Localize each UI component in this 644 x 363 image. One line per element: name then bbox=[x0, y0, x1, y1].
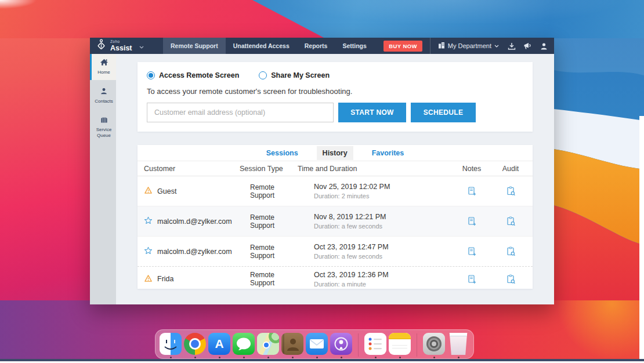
sidebar-item-contacts[interactable]: Contacts bbox=[90, 83, 116, 109]
menu-unattended-access[interactable]: Unattended Access bbox=[226, 38, 297, 54]
dock-icon-notes[interactable] bbox=[389, 333, 411, 358]
running-indicator bbox=[399, 357, 401, 358]
dock-icon-maps[interactable] bbox=[257, 333, 279, 358]
buy-now-button[interactable]: BUY NOW bbox=[383, 41, 422, 52]
dock-icon-mail[interactable] bbox=[306, 333, 328, 358]
dock-icon-chrome[interactable] bbox=[184, 333, 206, 358]
customer-name: malcolm.d@zylker.com bbox=[157, 248, 232, 256]
column-session-type: Session Type bbox=[240, 165, 298, 173]
dock-separator bbox=[358, 333, 359, 357]
notes-icon[interactable] bbox=[455, 246, 489, 256]
table-row[interactable]: malcolm.d@zylker.com Remote Support Oct … bbox=[138, 237, 533, 267]
service-queue-icon bbox=[100, 116, 108, 125]
column-customer: Customer bbox=[144, 165, 240, 173]
session-time: Oct 23, 2019 12:36 PM bbox=[314, 271, 455, 279]
notes-icon[interactable] bbox=[455, 274, 489, 284]
session-type: Remote Support bbox=[240, 244, 298, 260]
tab-sessions[interactable]: Sessions bbox=[261, 146, 304, 160]
table-row[interactable]: malcolm.d@zylker.com Remote Support Nov … bbox=[138, 206, 533, 237]
start-now-button[interactable]: START NOW bbox=[338, 103, 406, 122]
dock-icon-messages[interactable] bbox=[233, 333, 255, 358]
running-indicator bbox=[243, 357, 245, 358]
sessions-history-panel: Sessions History Favorites Customer Sess… bbox=[138, 145, 533, 289]
notes-icon[interactable] bbox=[455, 186, 489, 196]
caret-down-icon bbox=[494, 45, 499, 48]
megaphone-icon[interactable] bbox=[523, 42, 533, 50]
radio-selected-icon[interactable] bbox=[147, 71, 155, 79]
menu-reports[interactable]: Reports bbox=[297, 38, 335, 54]
menu-remote-support[interactable]: Remote Support bbox=[163, 38, 226, 54]
session-duration: Duration: a few seconds bbox=[314, 253, 455, 260]
left-sidebar: Home Contacts Service Qu bbox=[90, 54, 116, 304]
column-time-duration: Time and Duration bbox=[298, 165, 455, 173]
download-icon[interactable] bbox=[508, 42, 516, 50]
tab-history[interactable]: History bbox=[317, 146, 353, 160]
dock-icon-contacts[interactable] bbox=[281, 333, 303, 358]
session-duration: Duration: a minute bbox=[314, 281, 455, 288]
radio-unselected-icon[interactable] bbox=[259, 71, 267, 79]
audit-icon[interactable] bbox=[489, 216, 533, 226]
app-logo[interactable]: Zoho Assist bbox=[90, 38, 163, 54]
session-description: To access your remote customer's screen … bbox=[138, 87, 533, 96]
radio-access-label: Access Remote Screen bbox=[159, 71, 239, 79]
customer-name: malcolm.d@zylker.com bbox=[157, 217, 232, 226]
notes-icon[interactable] bbox=[455, 216, 489, 226]
desktop: { "app": { "brand_small": "Zoho", "brand… bbox=[0, 0, 644, 363]
running-indicator bbox=[219, 357, 220, 358]
table-row[interactable]: Guest Remote Support Nov 25, 2019 12:02 … bbox=[138, 176, 533, 206]
favorite-star-icon[interactable] bbox=[144, 246, 153, 257]
session-type: Remote Support bbox=[240, 213, 298, 230]
audit-icon[interactable] bbox=[489, 246, 533, 256]
app-title: Zoho Assist bbox=[110, 40, 132, 52]
dock-icon-app-store[interactable]: A bbox=[208, 333, 230, 358]
menu-settings[interactable]: Settings bbox=[335, 38, 374, 54]
zoho-assist-logo-icon bbox=[96, 39, 107, 53]
radio-share-my-screen[interactable]: Share My Screen bbox=[259, 71, 330, 79]
schedule-button[interactable]: SCHEDULE bbox=[411, 103, 476, 122]
session-duration: Duration: 2 minutes bbox=[314, 193, 455, 199]
running-indicator bbox=[292, 357, 294, 358]
dock-icon-reminders[interactable] bbox=[364, 333, 386, 358]
dock-icon-system-preferences[interactable] bbox=[423, 333, 445, 358]
tab-favorites[interactable]: Favorites bbox=[366, 146, 410, 160]
running-indicator bbox=[316, 357, 318, 358]
session-type: Remote Support bbox=[240, 271, 298, 287]
table-row[interactable]: Frida Remote Support Oct 23, 2019 12:36 … bbox=[138, 267, 533, 289]
sidebar-item-label: Contacts bbox=[95, 99, 113, 104]
audit-icon[interactable] bbox=[489, 274, 533, 284]
sidebar-item-service-queue[interactable]: Service Queue bbox=[90, 112, 116, 143]
screen-right-edge bbox=[639, 116, 644, 363]
customer-name: Guest bbox=[157, 187, 176, 195]
running-indicator bbox=[341, 357, 342, 358]
user-profile-icon[interactable] bbox=[540, 42, 548, 50]
dock-separator bbox=[417, 333, 417, 357]
sidebar-item-home[interactable]: Home bbox=[90, 54, 116, 80]
dock-icon-trash[interactable] bbox=[447, 333, 469, 358]
history-tabs: Sessions History Favorites bbox=[138, 145, 533, 161]
warning-icon bbox=[144, 186, 153, 196]
start-session-panel: Access Remote Screen Share My Screen To … bbox=[138, 62, 533, 132]
session-duration: Duration: a few seconds bbox=[314, 223, 455, 230]
session-mode-options: Access Remote Screen Share My Screen bbox=[138, 62, 533, 79]
window-body: Home Contacts Service Qu bbox=[90, 54, 554, 304]
chevron-down-icon[interactable] bbox=[139, 41, 144, 51]
customer-email-input[interactable] bbox=[147, 103, 334, 122]
running-indicator bbox=[433, 357, 435, 358]
top-navbar: Zoho Assist Remote Support Unattended Ac… bbox=[90, 38, 554, 54]
zoho-assist-window: Zoho Assist Remote Support Unattended Ac… bbox=[90, 38, 554, 304]
main-menu: Remote Support Unattended Access Reports… bbox=[163, 38, 374, 54]
favorite-star-icon[interactable] bbox=[144, 216, 153, 227]
column-audit: Audit bbox=[489, 165, 533, 173]
home-icon bbox=[100, 58, 108, 68]
table-header: Customer Session Type Time and Duration … bbox=[138, 161, 533, 176]
department-selector[interactable]: My Department bbox=[430, 38, 500, 54]
dock-icon-podcasts[interactable] bbox=[330, 333, 352, 358]
dock-icon-finder[interactable] bbox=[160, 333, 182, 358]
radio-access-remote-screen[interactable]: Access Remote Screen bbox=[147, 71, 239, 79]
audit-icon[interactable] bbox=[489, 186, 533, 196]
session-time: Nov 8, 2019 12:21 PM bbox=[314, 213, 455, 221]
wallpaper-right-bands bbox=[553, 38, 644, 300]
session-type: Remote Support bbox=[240, 183, 298, 199]
running-indicator bbox=[194, 357, 196, 358]
building-icon bbox=[438, 42, 445, 50]
